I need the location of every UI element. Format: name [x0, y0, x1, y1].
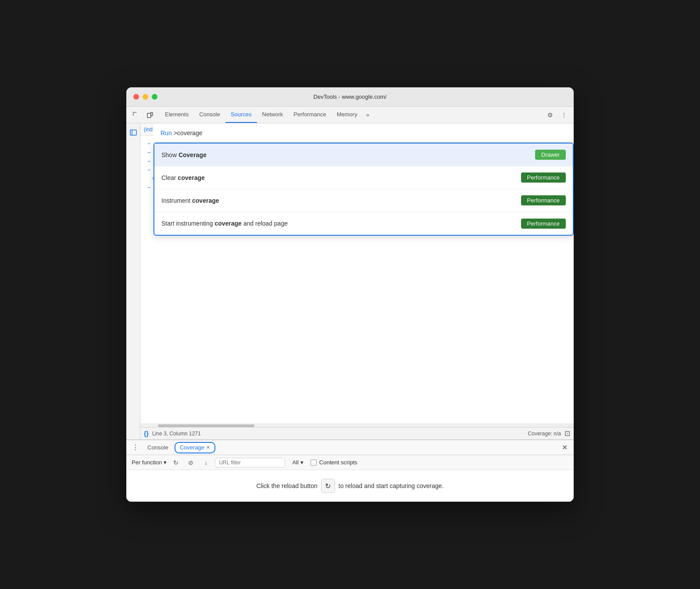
code-area: Run >coverage Show Coverage Drawer [140, 123, 574, 439]
svg-rect-6 [151, 112, 153, 116]
reload-message-prefix: Click the reload button [256, 482, 317, 489]
suggestion-badge-performance-2: Performance [521, 195, 566, 205]
suggestion-badge-performance-3: Performance [521, 219, 566, 229]
status-bar: {} Line 3, Column 1271 Coverage: n/a ⊡ [140, 427, 574, 439]
devtools-container: Elements Console Sources Network Perform… [126, 107, 574, 502]
status-right: Coverage: n/a ⊡ [528, 429, 570, 438]
download-coverage-button[interactable]: ↓ [200, 457, 211, 468]
tab-elements[interactable]: Elements [160, 107, 194, 123]
scrollbar-thumb[interactable] [158, 424, 254, 427]
suggestion-badge-performance-1: Performance [521, 172, 566, 183]
reload-coverage-button[interactable]: ↻ [170, 457, 182, 468]
breadcrumb-text: (ind [144, 126, 153, 133]
per-function-label: Per function [132, 459, 162, 466]
suggestion-text-show: Show Coverage [161, 151, 535, 158]
suggestion-text-start: Start instrumenting coverage and reload … [161, 220, 521, 227]
tab-memory[interactable]: Memory [332, 107, 363, 123]
drawer-menu-button[interactable]: ⋮ [130, 442, 141, 453]
main-content: Run >coverage Show Coverage Drawer [126, 123, 574, 439]
clear-icon: ⊘ [188, 459, 193, 466]
per-function-dropdown[interactable]: Per function ▾ [132, 459, 167, 466]
drawer-tabs: ⋮ Console Coverage ✕ ✕ [126, 440, 574, 455]
drawer-tab-console-label: Console [147, 444, 168, 451]
coverage-toolbar: Per function ▾ ↻ ⊘ ↓ All ▾ [126, 455, 574, 470]
suggestion-bold-show: Coverage [179, 151, 207, 158]
devtools-toolbar: Elements Console Sources Network Perform… [126, 107, 574, 123]
reload-icon: ↻ [173, 459, 179, 466]
format-icon[interactable]: {} [144, 430, 149, 437]
suggestion-bold-clear: coverage [178, 174, 204, 181]
svg-rect-4 [136, 112, 136, 113]
drawer-section: ⋮ Console Coverage ✕ ✕ Per function ▾ ↻ [126, 439, 574, 502]
svg-rect-3 [134, 112, 135, 113]
svg-rect-2 [133, 115, 134, 115]
suggestion-show-coverage[interactable]: Show Coverage Drawer [154, 144, 573, 166]
run-label: Run [161, 129, 172, 136]
status-left: {} Line 3, Column 1271 [144, 430, 201, 437]
clear-coverage-button[interactable]: ⊘ [185, 457, 196, 468]
svg-rect-7 [130, 130, 136, 135]
devtools-window: DevTools - www.google.com/ [126, 87, 574, 502]
download-icon: ↓ [204, 459, 207, 466]
svg-rect-5 [147, 113, 151, 118]
suggestion-clear-coverage[interactable]: Clear coverage Performance [154, 166, 573, 189]
more-tabs-button[interactable]: » [363, 111, 373, 118]
content-scripts-checkbox[interactable] [311, 460, 317, 466]
drawer-tab-console[interactable]: Console [143, 442, 173, 453]
all-arrow: ▾ [300, 459, 304, 466]
title-bar: DevTools - www.google.com/ [126, 87, 574, 107]
device-toggle-icon[interactable] [144, 109, 156, 121]
drawer-tab-coverage[interactable]: Coverage ✕ [175, 442, 215, 453]
sidebar-toggle-btn[interactable] [128, 127, 139, 138]
content-scripts-text: Content scripts [319, 459, 357, 466]
close-button[interactable] [133, 94, 139, 100]
command-input: >coverage [174, 129, 203, 136]
more-options-icon[interactable]: ⋮ [558, 109, 570, 121]
reload-message: Click the reload button ↻ to reload and … [256, 479, 443, 493]
suggestions-list: Show Coverage Drawer Clear coverage Perf… [154, 143, 574, 236]
content-scripts-option: Content scripts [311, 459, 357, 466]
url-filter-input[interactable] [215, 458, 285, 467]
toolbar-icons [130, 109, 156, 121]
svg-rect-1 [133, 113, 134, 114]
traffic-lights [133, 94, 157, 100]
sidebar [126, 123, 140, 439]
position-text: Line 3, Column 1271 [152, 431, 201, 437]
suggestion-bold-start: coverage [214, 220, 241, 227]
tab-network[interactable]: Network [257, 107, 289, 123]
reload-btn-icon: ↻ [325, 482, 331, 490]
suggestion-text-instrument: Instrument coverage [161, 197, 521, 204]
suggestion-bold-instrument: coverage [192, 197, 219, 204]
nav-tabs: Elements Console Sources Network Perform… [160, 107, 544, 123]
horizontal-scrollbar[interactable] [140, 424, 574, 427]
reload-message-suffix: to reload and start capturing coverage. [339, 482, 444, 489]
suggestion-start-instrumenting[interactable]: Start instrumenting coverage and reload … [154, 212, 573, 235]
tab-performance[interactable]: Performance [288, 107, 331, 123]
svg-rect-0 [133, 112, 134, 113]
suggestion-text-clear: Clear coverage [161, 174, 521, 181]
all-label: All [292, 459, 298, 466]
screenshot-icon[interactable]: ⊡ [564, 429, 570, 438]
drawer-tab-coverage-label: Coverage [180, 444, 204, 451]
window-title: DevTools - www.google.com/ [314, 93, 387, 100]
toolbar-right: ⚙ ⋮ [544, 109, 570, 121]
drawer-tab-close-icon[interactable]: ✕ [206, 445, 210, 450]
suggestion-badge-drawer: Drawer [535, 150, 566, 160]
scrollbar-right [568, 424, 574, 427]
settings-icon[interactable]: ⚙ [544, 109, 556, 121]
maximize-button[interactable] [152, 94, 157, 100]
tab-console[interactable]: Console [194, 107, 225, 123]
minimize-button[interactable] [143, 94, 148, 100]
suggestion-instrument-coverage[interactable]: Instrument coverage Performance [154, 189, 573, 212]
drawer-close-button[interactable]: ✕ [559, 442, 570, 453]
command-bar[interactable]: Run >coverage [154, 123, 574, 143]
per-function-arrow: ▾ [164, 459, 167, 466]
reload-inline-button[interactable]: ↻ [321, 479, 335, 493]
tab-sources[interactable]: Sources [225, 107, 257, 123]
inspect-icon[interactable] [130, 109, 142, 121]
coverage-text: Coverage: n/a [528, 431, 561, 437]
coverage-body: Click the reload button ↻ to reload and … [126, 470, 574, 502]
all-dropdown[interactable]: All ▾ [289, 458, 307, 467]
